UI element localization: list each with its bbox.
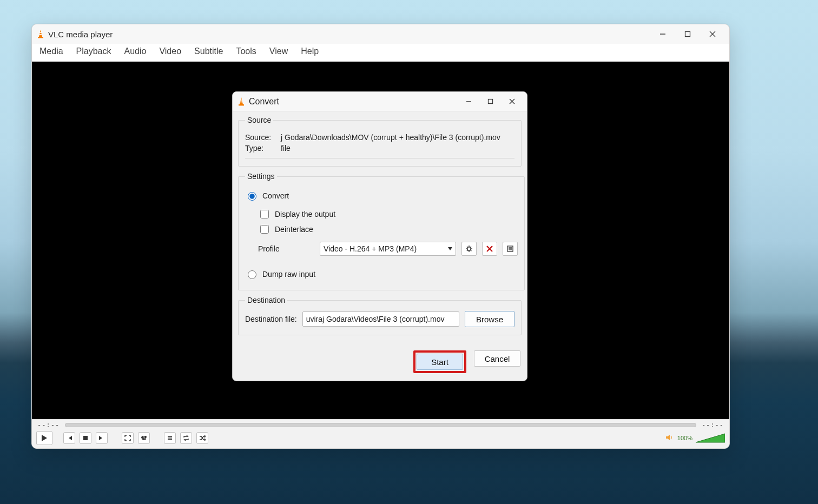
playlist-button[interactable] (164, 432, 176, 444)
cancel-button-label: Cancel (485, 354, 510, 363)
chevron-down-icon (448, 247, 452, 250)
svg-point-14 (467, 247, 471, 250)
convert-radio-input[interactable] (248, 192, 256, 201)
delete-profile-button[interactable] (482, 242, 497, 256)
main-window-controls (650, 24, 725, 44)
source-value: j Godara\Downloads\MOV (corrupt + health… (281, 133, 500, 142)
display-output-label: Display the output (275, 210, 335, 218)
desktop: VLC media player Media Playback Audio Vi… (0, 0, 818, 504)
deinterlace-checkbox[interactable]: Deinterlace (258, 223, 518, 235)
random-button[interactable] (196, 432, 208, 444)
edit-profile-button[interactable] (461, 242, 477, 256)
source-section: Source Source: j Godara\Downloads\MOV (c… (238, 116, 522, 167)
dest-file-label: Destination file: (245, 315, 297, 323)
dump-raw-radio[interactable]: Dump raw input (245, 269, 518, 279)
menu-help[interactable]: Help (300, 45, 320, 57)
time-total: --:-- (702, 421, 724, 429)
destination-legend: Destination (245, 296, 287, 304)
source-legend: Source (245, 116, 273, 124)
browse-button-label: Browse (476, 315, 503, 324)
svg-rect-11 (488, 100, 492, 104)
play-button[interactable] (36, 431, 52, 445)
svg-rect-2 (685, 32, 690, 37)
menu-subtitle[interactable]: Subtitle (193, 45, 224, 57)
menu-media[interactable]: Media (38, 45, 64, 57)
svg-rect-0 (38, 37, 43, 38)
settings-section: Settings Convert Display the output Dein… (238, 172, 525, 290)
cancel-button[interactable]: Cancel (474, 350, 520, 367)
source-label: Source: (245, 133, 276, 142)
profile-value: Video - H.264 + MP3 (MP4) (324, 244, 417, 253)
seek-slider[interactable] (65, 423, 696, 427)
dialog-title: Convert (249, 97, 279, 107)
volume-percent: 100% (677, 435, 692, 441)
deinterlace-checkbox-input[interactable] (260, 225, 269, 234)
profile-select[interactable]: Video - H.264 + MP3 (MP4) (320, 242, 456, 256)
profile-label: Profile (258, 244, 293, 253)
menubar: Media Playback Audio Video Subtitle Tool… (32, 44, 729, 62)
next-button[interactable] (96, 432, 108, 444)
convert-dialog: Convert Source Source: j Godara\Download… (232, 91, 527, 381)
minimize-button[interactable] (650, 24, 675, 44)
stop-button[interactable] (80, 432, 91, 444)
main-title: VLC media player (48, 30, 113, 39)
type-value: file (281, 144, 291, 152)
bottom-bar: --:-- --:-- (32, 419, 729, 448)
fullscreen-button[interactable] (122, 432, 134, 444)
menu-view[interactable]: View (268, 45, 289, 57)
deinterlace-label: Deinterlace (275, 225, 313, 234)
dump-raw-radio-input[interactable] (248, 270, 256, 279)
svg-rect-9 (239, 104, 244, 105)
convert-radio[interactable]: Convert (245, 190, 518, 201)
settings-legend: Settings (245, 172, 277, 181)
ext-settings-button[interactable] (138, 432, 150, 444)
svg-point-8 (145, 436, 147, 438)
dialog-minimize-button[interactable] (458, 93, 479, 110)
menu-video[interactable]: Video (158, 45, 182, 57)
main-titlebar: VLC media player (32, 24, 729, 44)
vlc-cone-icon (36, 29, 45, 39)
dest-file-value: uviraj Godara\Videos\File 3 (corrupt).mo… (306, 315, 445, 323)
svg-point-6 (142, 437, 143, 439)
close-button[interactable] (700, 24, 725, 44)
start-button[interactable]: Start (417, 354, 463, 370)
display-output-checkbox[interactable]: Display the output (258, 208, 518, 220)
menu-audio[interactable]: Audio (123, 45, 148, 57)
speaker-icon[interactable] (665, 434, 674, 443)
menu-tools[interactable]: Tools (235, 45, 257, 57)
dialog-maximize-button[interactable] (479, 93, 501, 110)
browse-button[interactable]: Browse (465, 311, 514, 327)
start-button-highlight: Start (413, 350, 466, 373)
destination-section: Destination Destination file: uviraj God… (238, 296, 522, 335)
dest-file-input[interactable]: uviraj Godara\Videos\File 3 (corrupt).mo… (302, 311, 459, 327)
dump-raw-label: Dump raw input (262, 270, 315, 278)
dialog-close-button[interactable] (501, 93, 523, 110)
convert-radio-label: Convert (262, 191, 289, 200)
type-label: Type: (245, 144, 276, 152)
svg-point-7 (143, 439, 145, 440)
new-profile-button[interactable] (503, 242, 518, 256)
volume-slider[interactable] (696, 433, 725, 443)
maximize-button[interactable] (675, 24, 700, 44)
loop-button[interactable] (180, 432, 192, 444)
prev-button[interactable] (63, 432, 75, 444)
start-button-label: Start (431, 357, 448, 367)
vlc-cone-icon (237, 97, 246, 107)
time-elapsed: --:-- (37, 421, 60, 429)
svg-rect-5 (83, 436, 88, 440)
divider (245, 158, 514, 158)
display-output-checkbox-input[interactable] (260, 210, 269, 218)
dialog-titlebar: Convert (233, 92, 527, 111)
menu-playback[interactable]: Playback (75, 45, 113, 57)
